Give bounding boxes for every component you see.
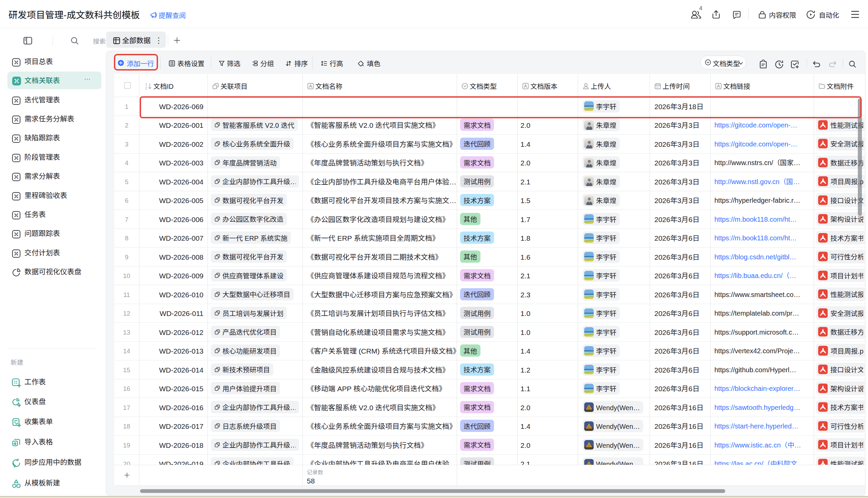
svg-text:1: 1	[145, 83, 147, 87]
svg-text:2: 2	[145, 87, 147, 90]
